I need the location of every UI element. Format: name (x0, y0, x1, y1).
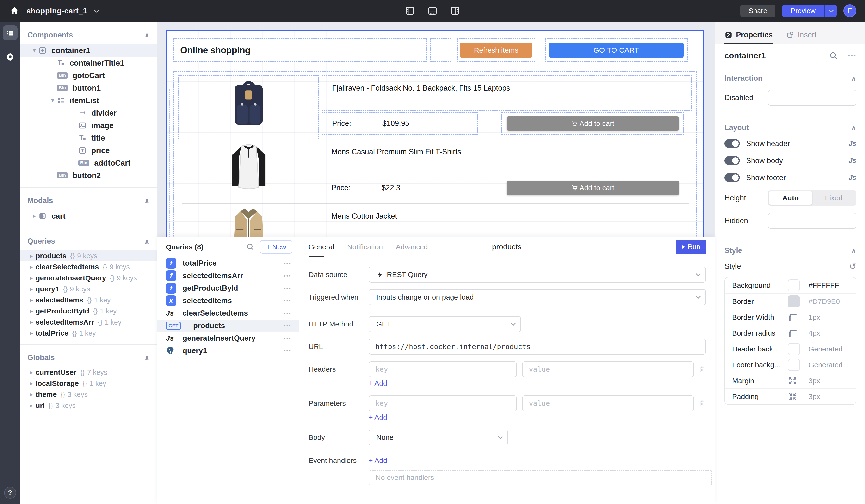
color-swatch[interactable] (788, 343, 800, 355)
tree-item-containerTitle1[interactable]: containerTitle1 (20, 57, 157, 69)
interaction-section-header[interactable]: Interaction (724, 74, 856, 83)
components-section-header[interactable]: Components (20, 28, 157, 44)
search-icon[interactable] (246, 243, 255, 251)
show-body-toggle[interactable] (724, 156, 740, 165)
add-header-button[interactable]: + Add (369, 379, 387, 387)
add-event-handler-button[interactable]: + Add (369, 456, 387, 465)
chevron-up-icon[interactable] (851, 124, 856, 132)
style-section-header[interactable]: Style (724, 246, 856, 255)
disabled-input[interactable] (768, 90, 856, 106)
http-method-select[interactable]: GET (369, 316, 521, 332)
tree-item-addtoCart[interactable]: Btn addtoCart (20, 157, 157, 169)
chevron-up-icon[interactable] (144, 354, 150, 362)
style-row-footer-background[interactable]: Footer backg... Generated (725, 357, 856, 373)
query-item-generateInsertQuery[interactable]: JsgenerateInsertQuery (157, 332, 299, 344)
container-title-widget[interactable]: Online shopping (173, 38, 427, 62)
parameter-value-input[interactable] (522, 396, 694, 411)
add-to-cart-button[interactable]: Add to cart (507, 181, 679, 195)
app-canvas[interactable]: Online shopping Refresh items GO TO CART (166, 30, 704, 237)
color-swatch[interactable] (788, 295, 800, 307)
query-item-query1[interactable]: query1 (157, 344, 299, 357)
query-state-selectedItems[interactable]: selectedItems{}1 key (20, 294, 157, 306)
data-source-select[interactable]: REST Query (369, 267, 706, 282)
tree-item-button2[interactable]: Btn button2 (20, 169, 157, 181)
show-footer-toggle[interactable] (724, 173, 740, 182)
search-icon[interactable] (829, 51, 838, 60)
reset-style-icon[interactable] (849, 262, 856, 271)
height-fixed-option[interactable]: Fixed (812, 191, 855, 205)
hidden-input[interactable] (768, 213, 856, 229)
app-name[interactable]: shopping-cart_1 (26, 7, 87, 15)
kebab-menu-icon[interactable] (284, 298, 291, 304)
global-url[interactable]: url{}3 keys (20, 400, 157, 411)
item-list-widget[interactable]: Fjallraven - Foldsack No. 1 Backpack, Fi… (173, 71, 697, 237)
global-localStorage[interactable]: localStorage{}1 key (20, 378, 157, 389)
chevron-up-icon[interactable] (144, 31, 150, 39)
kebab-menu-icon[interactable] (284, 310, 291, 316)
url-input[interactable] (369, 339, 706, 354)
share-button[interactable]: Share (740, 4, 775, 17)
color-swatch[interactable] (788, 279, 800, 291)
product-title-widget[interactable]: Fjallraven - Foldsack No. 1 Backpack, Fi… (322, 75, 692, 111)
kebab-menu-icon[interactable] (284, 285, 291, 291)
tab-insert[interactable]: Insert (786, 31, 817, 44)
avatar[interactable]: F (843, 4, 856, 17)
toggle-right-panel-icon[interactable] (449, 5, 461, 16)
show-header-toggle[interactable] (724, 139, 740, 148)
color-swatch[interactable] (788, 359, 800, 371)
kebab-menu-icon[interactable] (284, 348, 291, 354)
js-binding-icon[interactable]: Js (849, 157, 856, 165)
tree-item-image[interactable]: image (20, 119, 157, 132)
js-binding-icon[interactable]: Js (849, 140, 856, 148)
tab-advanced[interactable]: Advanced (396, 237, 428, 257)
modals-section-header[interactable]: Modals (20, 194, 157, 210)
empty-widget[interactable] (430, 38, 451, 62)
style-row-border[interactable]: Border #D7D9E0 (725, 293, 856, 309)
settings-hexagon-icon[interactable] (3, 49, 18, 65)
query-item-selectedItemsArr[interactable]: fselectedItemsArr (157, 270, 299, 282)
style-row-border-width[interactable]: Border Width 1px (725, 309, 856, 325)
chevron-up-icon[interactable] (851, 247, 856, 255)
product-image-widget[interactable] (178, 139, 319, 204)
queries-section-header[interactable]: Queries (20, 234, 157, 250)
preview-dropdown-button[interactable] (824, 4, 837, 17)
tree-item-cart-modal[interactable]: cart (20, 210, 157, 222)
query-item-getProductById[interactable]: fgetProductById (157, 282, 299, 294)
tab-notification[interactable]: Notification (347, 237, 383, 257)
product-title-widget[interactable]: Mens Cotton Jacket (322, 204, 692, 237)
global-theme[interactable]: theme{}3 keys (20, 389, 157, 400)
caret-down-icon[interactable] (30, 47, 38, 54)
query-item-clearSelectedtems[interactable]: JsclearSelectedtems (157, 307, 299, 319)
run-query-button[interactable]: Run (676, 240, 706, 254)
toggle-left-panel-icon[interactable] (404, 5, 416, 16)
tree-item-price[interactable]: price (20, 144, 157, 157)
parameter-key-input[interactable] (369, 396, 517, 411)
header-key-input[interactable] (369, 361, 517, 377)
home-icon[interactable] (9, 5, 20, 16)
query-state-products[interactable]: products{}9 keys (20, 250, 157, 261)
query-item-products[interactable]: GETproducts (157, 319, 299, 332)
caret-right-icon[interactable] (30, 213, 38, 219)
tree-item-itemList[interactable]: itemList (20, 94, 157, 107)
chevron-up-icon[interactable] (144, 197, 150, 205)
layout-section-header[interactable]: Layout (724, 123, 856, 132)
help-icon[interactable]: ? (4, 487, 16, 499)
new-query-button[interactable]: + New (260, 240, 292, 254)
add-parameter-button[interactable]: + Add (369, 413, 387, 421)
tree-item-divider[interactable]: divider (20, 107, 157, 119)
kebab-menu-icon[interactable] (284, 260, 291, 267)
product-image-widget[interactable] (178, 204, 319, 237)
chevron-up-icon[interactable] (851, 74, 856, 82)
product-price-widget[interactable]: Price: $109.95 (322, 112, 478, 135)
query-item-totalPrice[interactable]: ftotalPrice (157, 257, 299, 270)
body-select[interactable]: None (369, 430, 508, 445)
query-state-selectedItemsArr[interactable]: selectedItemsArr{}1 key (20, 317, 157, 328)
style-row-padding[interactable]: Padding 3px (725, 388, 856, 404)
toggle-bottom-panel-icon[interactable] (427, 5, 438, 16)
kebab-menu-icon[interactable] (284, 323, 291, 329)
tree-item-container1[interactable]: container1 (20, 44, 157, 57)
tree-item-gotoCart[interactable]: Btn gotoCart (20, 69, 157, 82)
global-currentUser[interactable]: currentUser{}7 keys (20, 367, 157, 378)
js-binding-icon[interactable]: Js (849, 174, 856, 181)
style-row-margin[interactable]: Margin 3px (725, 373, 856, 388)
